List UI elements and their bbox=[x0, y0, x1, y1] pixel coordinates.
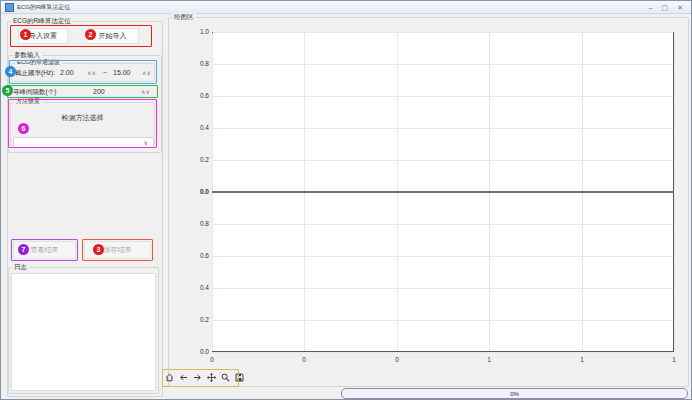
y-tick-label: 0.8 bbox=[187, 60, 209, 68]
y-tick-label: 0.2 bbox=[187, 156, 209, 164]
title-bar: ECG的R峰算法定位 – ▢ ✕ bbox=[1, 1, 691, 14]
annotation-box-import bbox=[10, 25, 152, 47]
x-tick-label: 0 bbox=[296, 356, 312, 364]
progress-percent: 0% bbox=[510, 391, 519, 397]
annotation-badge-5: 5 bbox=[2, 85, 13, 96]
maximize-button[interactable]: ▢ bbox=[662, 4, 669, 11]
y-tick-label: 0.2 bbox=[187, 316, 209, 324]
y-tick-label: 0.4 bbox=[187, 284, 209, 292]
close-button[interactable]: ✕ bbox=[677, 4, 683, 11]
app-icon bbox=[5, 3, 14, 12]
annotation-badge-2: 2 bbox=[85, 29, 96, 40]
y-tick-label: 0.8 bbox=[187, 220, 209, 228]
annotation-badge-3: 3 bbox=[93, 244, 104, 255]
x-tick-label: 0 bbox=[204, 356, 220, 364]
y-tick-label: 0.0 bbox=[187, 348, 209, 356]
annotation-box-bandpass bbox=[9, 60, 157, 84]
window-title: ECG的R峰算法定位 bbox=[17, 3, 70, 12]
log-group-title: 日志 bbox=[12, 263, 29, 270]
y-tick-label: 1.0 bbox=[187, 28, 209, 36]
annotation-box-peak-interval bbox=[7, 85, 158, 98]
annotation-box-toolbar bbox=[162, 369, 239, 387]
app-window: ECG的R峰算法定位 – ▢ ✕ ECG的R峰算法定位 导入设置 开始导入 1 … bbox=[0, 0, 692, 400]
subplot-divider bbox=[212, 191, 674, 193]
y-tick-label: 0.6 bbox=[187, 252, 209, 260]
plot-group-title: 绘图区 bbox=[172, 13, 196, 20]
annotation-box-method bbox=[8, 99, 157, 148]
x-tick-label: 1 bbox=[574, 356, 590, 364]
main-left-group-title: ECG的R峰算法定位 bbox=[11, 17, 73, 24]
y-tick-label: 0.4 bbox=[187, 124, 209, 132]
x-tick-label: 1 bbox=[481, 356, 497, 364]
y-tick-label: 0.0 bbox=[187, 188, 209, 196]
param-input-group-title: 参数输入 bbox=[12, 51, 42, 58]
annotation-badge-6: 6 bbox=[18, 123, 29, 134]
progress-bar: 0% bbox=[341, 388, 688, 399]
y-tick-label: 0.6 bbox=[187, 92, 209, 100]
x-tick-label: 1 bbox=[666, 356, 682, 364]
annotation-badge-4: 4 bbox=[5, 66, 16, 77]
minimize-button[interactable]: – bbox=[649, 4, 653, 11]
log-textarea[interactable] bbox=[11, 273, 156, 391]
annotation-badge-1: 1 bbox=[20, 29, 31, 40]
x-tick-label: 0 bbox=[389, 356, 405, 364]
annotation-badge-7: 7 bbox=[18, 244, 29, 255]
